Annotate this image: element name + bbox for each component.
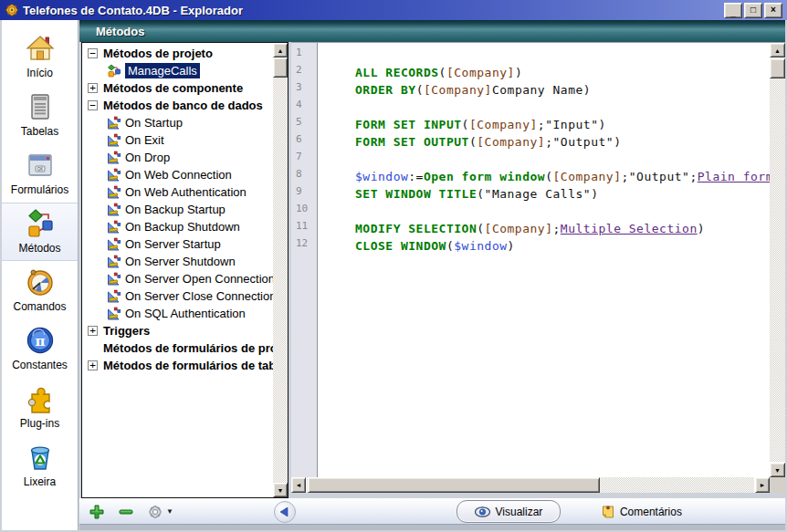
svg-text:OK: OK — [37, 167, 43, 172]
code-token-str: "Manage Calls" — [485, 187, 592, 201]
line-number: 5 — [291, 116, 317, 133]
tree-row[interactable]: −Métodos de banco de dados — [82, 97, 273, 114]
scroll-down-button[interactable]: ▼ — [273, 483, 288, 497]
tree-vertical-scrollbar[interactable]: ▲ ▼ — [273, 43, 288, 497]
remove-button[interactable] — [118, 504, 134, 520]
line-number: 6 — [291, 133, 317, 151]
tree-row[interactable]: On Exit — [82, 131, 273, 149]
editor-vertical-scrollbar[interactable]: ▲ ▼ — [770, 43, 785, 477]
sidebar-item-constantes[interactable]: πConstantes — [2, 319, 78, 378]
code-line: CLOSE WINDOW($window) — [319, 237, 770, 255]
sidebar-item-label: Início — [26, 67, 53, 79]
maximize-button[interactable]: □ — [744, 3, 762, 18]
tree-row[interactable]: Métodos de formulários de projeto — [82, 339, 273, 357]
scroll-track[interactable] — [273, 57, 288, 483]
scroll-track[interactable] — [770, 58, 785, 462]
code-line: SET WINDOW TITLE("Manage Calls") — [319, 185, 770, 203]
collapse-box-icon[interactable]: − — [88, 100, 98, 110]
sidebar-item-plugins[interactable]: Plug-ins — [2, 378, 78, 436]
db-method-icon — [107, 116, 121, 130]
line-number: 2 — [291, 64, 317, 81]
scroll-down-button[interactable]: ▼ — [770, 463, 785, 477]
db-method-icon — [107, 255, 121, 269]
code-line: FORM SET INPUT([Company];"Input") — [319, 116, 770, 133]
code-token-tbl: [Company] — [553, 170, 622, 183]
scroll-thumb[interactable] — [308, 477, 600, 493]
code-token-var: $window — [355, 170, 408, 183]
svg-text:π: π — [35, 333, 45, 349]
minus-icon — [118, 504, 134, 520]
maximize-icon: □ — [750, 5, 756, 15]
tree-item-label: On Startup — [125, 116, 183, 130]
tree-row[interactable]: On Server Startup — [82, 235, 273, 253]
scroll-thumb[interactable] — [273, 57, 288, 78]
db-method-icon — [107, 185, 121, 200]
sidebar-item-lixeira[interactable]: Lixeira — [2, 436, 78, 495]
tree-item-label: Métodos de formulários de tabela — [103, 359, 273, 372]
scroll-up-button[interactable]: ▲ — [273, 43, 288, 57]
tree-row[interactable]: On Backup Shutdown — [82, 218, 273, 235]
panel-header: Métodos — [79, 20, 785, 42]
method-tree: −Métodos de projetoManageCalls+Métodos d… — [82, 45, 273, 497]
db-method-icon — [107, 203, 121, 217]
line-number: 4 — [291, 99, 317, 116]
close-button[interactable]: × — [764, 3, 782, 18]
collapse-box-icon[interactable]: − — [88, 48, 98, 58]
tree-item-label: On Server Close Connection — [125, 289, 273, 303]
actions-menu-button[interactable]: ▼ — [147, 504, 173, 520]
tree-row[interactable]: On SQL Authentication — [82, 305, 273, 322]
db-method-icon — [107, 168, 121, 183]
tree-row[interactable]: −Métodos de projeto — [82, 45, 273, 62]
methods-icon — [25, 208, 56, 239]
code-line — [319, 151, 770, 168]
code-token-plain: ( — [462, 118, 469, 131]
code-token-plain: ; — [538, 118, 545, 131]
db-method-icon — [107, 289, 121, 304]
tree-item-label: On Server Shutdown — [125, 255, 236, 268]
db-method-icon — [107, 133, 121, 148]
expand-box-icon[interactable]: + — [88, 83, 98, 93]
tree-row[interactable]: On Backup Startup — [82, 201, 273, 218]
note-icon — [601, 505, 615, 519]
scroll-thumb[interactable] — [770, 58, 785, 78]
tree-row[interactable]: On Server Close Connection — [82, 287, 273, 305]
tree-row[interactable]: +Métodos de formulários de tabela — [82, 357, 273, 374]
scroll-up-button[interactable]: ▲ — [770, 43, 785, 57]
scroll-left-button[interactable]: ◄ — [291, 477, 306, 493]
minimize-button[interactable]: _ — [724, 3, 742, 18]
method-icon — [107, 64, 121, 78]
collapse-panel-button[interactable] — [274, 501, 296, 523]
sidebar-item-tabelas[interactable]: Tabelas — [2, 86, 78, 144]
code-token-plain: ) — [698, 222, 705, 235]
tree-row[interactable]: +Métodos de componente — [82, 79, 273, 97]
sidebar-item-formularios[interactable]: OKFormulários — [2, 144, 78, 203]
code-token-plain: ) — [598, 118, 605, 131]
code-editor[interactable]: ALL RECORDS([Company])ORDER BY([Company]… — [319, 43, 770, 477]
tree-row[interactable]: On Web Connection — [82, 166, 273, 183]
tree-row[interactable]: On Drop — [82, 149, 273, 166]
add-button[interactable] — [89, 504, 105, 520]
code-token-plain: ( — [545, 170, 552, 183]
code-token-cmd: Open form window — [424, 170, 545, 183]
tree-row[interactable]: On Server Shutdown — [82, 253, 273, 270]
code-line — [319, 203, 770, 220]
expand-box-icon[interactable]: + — [88, 360, 98, 370]
expand-box-icon[interactable]: + — [88, 326, 98, 336]
visualizar-button[interactable]: Visualizar — [456, 500, 561, 523]
sidebar-item-metodos[interactable]: Métodos — [2, 203, 78, 261]
sidebar-item-inicio[interactable]: Início — [2, 27, 78, 86]
tree-row[interactable]: +Triggers — [82, 322, 273, 339]
line-number: 9 — [291, 185, 317, 203]
sidebar-item-label: Plug-ins — [20, 417, 59, 430]
line-number: 10 — [291, 203, 317, 220]
tree-row[interactable]: On Server Open Connection — [82, 270, 273, 287]
code-token-plain: ; — [621, 170, 628, 183]
comentarios-button[interactable]: Comentários — [601, 505, 682, 519]
editor-horizontal-scrollbar[interactable]: ◄ ► — [291, 477, 770, 493]
tree-row[interactable]: ManageCalls — [82, 62, 273, 79]
scroll-right-button[interactable]: ► — [755, 477, 770, 493]
title-bar[interactable]: Telefones de Contato.4DB - Explorador _□… — [0, 0, 787, 20]
tree-row[interactable]: On Web Authentication — [82, 183, 273, 201]
tree-row[interactable]: On Startup — [82, 114, 273, 131]
sidebar-item-comandos[interactable]: Comandos — [2, 261, 78, 319]
